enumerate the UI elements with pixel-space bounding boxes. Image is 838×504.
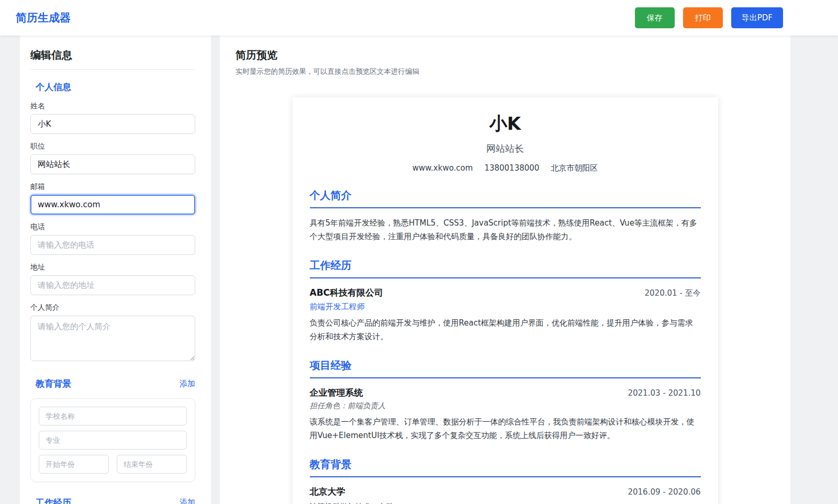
resume-summary-title: 个人简介 bbox=[310, 188, 701, 208]
position-input[interactable] bbox=[30, 154, 195, 174]
page: 简历生成器 保存 打印 导出PDF 编辑信息 个人信息 姓名 职位 邮箱 bbox=[0, 0, 838, 504]
resume-work-period[interactable]: 2020.01 - 至今 bbox=[645, 288, 701, 298]
summary-label: 个人简介 bbox=[30, 303, 195, 312]
preview-subtitle: 实时显示您的简历效果，可以直接点击预览区文本进行编辑 bbox=[236, 67, 775, 76]
resume-project-title: 项目经验 bbox=[310, 359, 701, 378]
resume-work-description[interactable]: 负责公司核心产品的前端开发与维护，使用React框架构建用户界面，优化前端性能，… bbox=[310, 317, 701, 343]
main-content: 编辑信息 个人信息 姓名 职位 邮箱 电话 地址 bbox=[0, 36, 838, 504]
resume-summary-text[interactable]: 具有5年前端开发经验，熟悉HTML5、CSS3、JavaScript等前端技术，… bbox=[310, 217, 701, 243]
resume-contact-website[interactable]: www.xkwo.com bbox=[412, 163, 473, 173]
major-input[interactable] bbox=[39, 431, 187, 450]
education-year-row bbox=[39, 455, 187, 474]
name-field-group: 姓名 bbox=[30, 102, 195, 134]
print-button[interactable]: 打印 bbox=[683, 7, 723, 28]
resume-project-entry-header: 企业管理系统 2021.03 - 2021.10 bbox=[310, 387, 701, 399]
resume-education-school[interactable]: 北京大学 bbox=[310, 486, 345, 498]
resume-education-period[interactable]: 2016.09 - 2020.06 bbox=[628, 487, 700, 497]
resume-work-company[interactable]: ABC科技有限公司 bbox=[310, 287, 384, 299]
app-title: 简历生成器 bbox=[16, 10, 71, 25]
resume-work-title: 工作经历 bbox=[310, 259, 701, 278]
position-field-group: 职位 bbox=[30, 142, 195, 174]
end-year-input[interactable] bbox=[117, 455, 187, 474]
summary-field-group: 个人简介 bbox=[30, 303, 195, 363]
education-section-head: 教育背景 添加 bbox=[30, 378, 195, 390]
education-add-link[interactable]: 添加 bbox=[180, 379, 195, 389]
resume-contact-phone[interactable]: 13800138000 bbox=[484, 163, 539, 173]
resume-education-section: 教育背景 北京大学 2016.09 - 2020.06 计算机科学与技术 - 本… bbox=[310, 457, 701, 504]
resume-name[interactable]: 小K bbox=[310, 112, 701, 136]
preview-panel-title: 简历预览 bbox=[236, 48, 775, 62]
resume-work-role[interactable]: 前端开发工程师 bbox=[310, 302, 701, 312]
resume-project-period[interactable]: 2021.03 - 2021.10 bbox=[628, 388, 700, 398]
work-add-link[interactable]: 添加 bbox=[180, 498, 195, 504]
school-name-input[interactable] bbox=[39, 407, 187, 425]
resume-work-entry-header: ABC科技有限公司 2020.01 - 至今 bbox=[310, 287, 701, 299]
resume-education-entry-header: 北京大学 2016.09 - 2020.06 bbox=[310, 486, 701, 498]
name-label: 姓名 bbox=[30, 102, 195, 111]
resume-work-section: 工作经历 ABC科技有限公司 2020.01 - 至今 前端开发工程师 负责公司… bbox=[310, 259, 701, 343]
editor-panel: 编辑信息 个人信息 姓名 职位 邮箱 电话 地址 bbox=[20, 36, 211, 504]
resume-project-description[interactable]: 该系统是一个集客户管理、订单管理、数据分析于一体的综合性平台，我负责前端架构设计… bbox=[310, 416, 701, 442]
address-label: 地址 bbox=[30, 263, 195, 272]
export-pdf-button[interactable]: 导出PDF bbox=[731, 7, 783, 28]
resume-project-section: 项目经验 企业管理系统 2021.03 - 2021.10 担任角色：前端负责人… bbox=[310, 359, 701, 442]
email-field-group: 邮箱 bbox=[30, 182, 195, 215]
resume-project-name[interactable]: 企业管理系统 bbox=[310, 387, 363, 399]
resume-summary-section: 个人简介 具有5年前端开发经验，熟悉HTML5、CSS3、JavaScript等… bbox=[310, 188, 701, 243]
resume-contacts: www.xkwo.com 13800138000 北京市朝阳区 bbox=[310, 163, 701, 173]
phone-label: 电话 bbox=[30, 222, 195, 232]
editor-panel-title: 编辑信息 bbox=[30, 48, 195, 70]
work-section-title: 工作经历 bbox=[36, 497, 71, 504]
summary-textarea[interactable] bbox=[30, 316, 195, 361]
address-field-group: 地址 bbox=[30, 263, 195, 295]
work-section-head: 工作经历 添加 bbox=[30, 497, 195, 504]
resume-paper: 小K 网站站长 www.xkwo.com 13800138000 北京市朝阳区 … bbox=[293, 97, 718, 504]
name-input[interactable] bbox=[30, 114, 195, 134]
top-bar: 简历生成器 保存 打印 导出PDF bbox=[0, 0, 838, 36]
education-section-title: 教育背景 bbox=[36, 378, 71, 390]
email-label: 邮箱 bbox=[30, 182, 195, 192]
preview-panel: 简历预览 实时显示您的简历效果，可以直接点击预览区文本进行编辑 小K 网站站长 … bbox=[220, 36, 790, 504]
save-button[interactable]: 保存 bbox=[635, 7, 675, 28]
position-label: 职位 bbox=[30, 142, 195, 151]
education-entry-card bbox=[30, 398, 195, 482]
email-input[interactable] bbox=[30, 195, 195, 215]
resume-contact-address[interactable]: 北京市朝阳区 bbox=[551, 163, 598, 173]
resume-education-detail[interactable]: 计算机科学与技术 - 本科 bbox=[310, 502, 701, 504]
phone-field-group: 电话 bbox=[30, 222, 195, 255]
address-input[interactable] bbox=[30, 275, 195, 295]
resume-project-role[interactable]: 担任角色：前端负责人 bbox=[310, 401, 701, 411]
resume-education-title: 教育背景 bbox=[310, 457, 701, 477]
phone-input[interactable] bbox=[30, 235, 195, 255]
personal-info-section-title: 个人信息 bbox=[36, 81, 195, 93]
resume-job-title[interactable]: 网站站长 bbox=[310, 142, 701, 155]
start-year-input[interactable] bbox=[39, 455, 109, 474]
toolbar-actions: 保存 打印 导出PDF bbox=[635, 7, 783, 28]
